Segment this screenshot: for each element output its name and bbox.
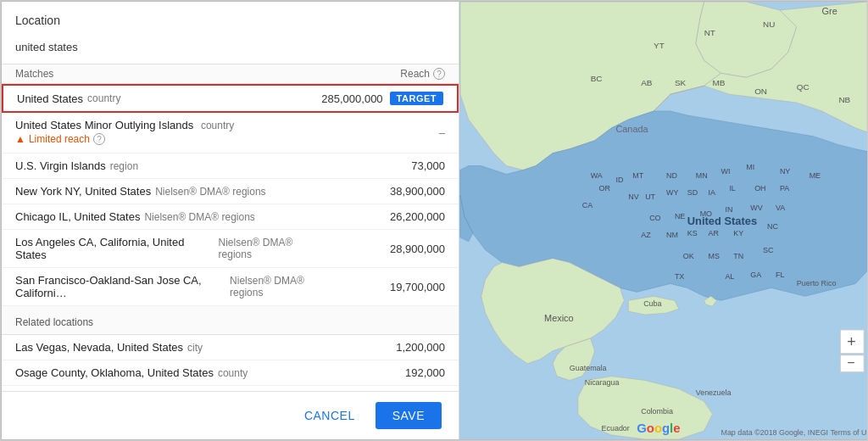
- target-badge: TARGET: [390, 92, 443, 105]
- left-panel: Location united states Matches Reach ? U…: [2, 2, 459, 439]
- result-left: Los Angeles CA, California, United State…: [15, 236, 326, 261]
- map-label-mn: MN: [696, 171, 708, 180]
- result-type: country: [87, 92, 120, 104]
- map-label-id: ID: [615, 176, 623, 184]
- result-item-los-angeles[interactable]: Los Angeles CA, California, United State…: [2, 230, 459, 268]
- result-left: United States country: [17, 92, 321, 105]
- col-matches-label: Matches: [15, 68, 53, 80]
- map-label-oh: OH: [754, 184, 765, 193]
- result-right: 73,000: [326, 159, 445, 172]
- map-label-ut: UT: [645, 193, 655, 201]
- map-label-nb: NB: [838, 95, 850, 104]
- result-right: 285,000,000 TARGET: [321, 92, 443, 105]
- result-item-minor-islands[interactable]: United States Minor Outlying Islands cou…: [2, 113, 459, 154]
- result-item-virgin-islands[interactable]: U.S. Virgin Islands region 73,000: [2, 154, 459, 179]
- result-type: Nielsen® DMA® regions: [230, 275, 326, 299]
- reach-help-icon[interactable]: ?: [433, 68, 445, 80]
- reach-value: 28,900,000: [390, 243, 445, 255]
- result-left: Chicago IL, United States Nielsen® DMA® …: [15, 210, 326, 223]
- result-right: 192,000: [326, 366, 445, 379]
- panel-header: Location: [2, 2, 459, 34]
- result-item-osage[interactable]: Osage County, Oklahoma, United States co…: [2, 360, 459, 386]
- result-item-new-york[interactable]: New York NY, United States Nielsen® DMA®…: [2, 179, 459, 204]
- map-label-nd: ND: [666, 171, 677, 180]
- result-item-san-francisco[interactable]: San Francisco-Oakland-San Jose CA, Calif…: [2, 268, 459, 306]
- map-label-colombia: Colombia: [641, 407, 673, 416]
- map-label-al: AL: [725, 272, 734, 281]
- limited-help-icon[interactable]: ?: [93, 133, 105, 145]
- reach-value: 285,000,000: [321, 92, 382, 105]
- map-label-fl: FL: [776, 271, 784, 279]
- result-item-las-vegas[interactable]: Las Vegas, Nevada, United States city 1,…: [2, 335, 459, 360]
- zoom-out-icon[interactable]: −: [847, 355, 854, 370]
- map-label-nv: NV: [628, 193, 638, 201]
- map-area: Gre YT NT NU BC AB SK MB ON QC NB Canada…: [459, 2, 868, 439]
- map-label-nu: NU: [763, 20, 775, 29]
- reach-value: 26,200,000: [390, 210, 445, 223]
- col-reach-label: Reach: [400, 68, 430, 80]
- result-type: Nielsen® DMA® regions: [144, 211, 254, 223]
- map-label-nc: NC: [767, 222, 778, 231]
- result-item-chicago[interactable]: Chicago IL, United States Nielsen® DMA® …: [2, 204, 459, 230]
- map-attribution: Map data ©2018 Google, INEGI Terms of Us…: [721, 428, 868, 437]
- result-name: U.S. Virgin Islands: [15, 159, 106, 172]
- map-label-ne: NE: [675, 212, 685, 220]
- map-label-qc: QC: [797, 82, 810, 92]
- location-dialog: Location united states Matches Reach ? U…: [1, 1, 868, 440]
- map-label-cuba: Cuba: [643, 299, 661, 308]
- result-type: country: [201, 120, 234, 131]
- map-label-co: CO: [649, 214, 660, 222]
- map-label-me: ME: [810, 171, 821, 180]
- result-name: Chicago IL, United States: [15, 210, 140, 223]
- map-label-canada: Canada: [615, 124, 648, 134]
- cancel-button[interactable]: CANCEL: [294, 402, 365, 429]
- save-button[interactable]: SAVE: [376, 402, 442, 429]
- result-type: city: [187, 342, 203, 354]
- map-label-or: OR: [599, 184, 611, 193]
- map-label-ecuador: Ecuador: [602, 424, 630, 433]
- map-label-sc: SC: [763, 246, 774, 254]
- result-item-united-states[interactable]: United States country 285,000,000 TARGET: [2, 84, 459, 113]
- map-label-pa: PA: [780, 184, 789, 193]
- map-label-in: IN: [725, 205, 732, 214]
- map-label-yt: YT: [654, 41, 665, 50]
- reach-value: 192,000: [405, 366, 445, 379]
- map-label-sk: SK: [675, 78, 687, 87]
- related-section-label: Related locations: [15, 316, 93, 328]
- result-right: 1,200,000: [326, 341, 445, 354]
- map-label-il: IL: [729, 184, 735, 193]
- map-label-ab: AB: [641, 78, 653, 87]
- reach-header: Reach ?: [400, 68, 445, 80]
- result-type: county: [218, 367, 248, 379]
- map-label-venezuela: Venezuela: [696, 388, 732, 397]
- map-label-nicaragua: Nicaragua: [585, 378, 620, 387]
- map-label-mt: MT: [632, 171, 643, 180]
- map-label-bc: BC: [591, 74, 603, 83]
- result-left: Osage County, Oklahoma, United States co…: [15, 366, 326, 379]
- map-label-mb: MB: [713, 78, 726, 87]
- result-left: U.S. Virgin Islands region: [15, 159, 326, 172]
- reach-value: 38,900,000: [390, 185, 445, 198]
- map-label-ia: IA: [709, 188, 715, 197]
- map-label-wv: WV: [750, 204, 762, 212]
- content-row: Location united states Matches Reach ? U…: [2, 2, 868, 439]
- map-label-wa: WA: [591, 171, 603, 180]
- map-label-va: VA: [776, 204, 785, 212]
- reach-value: 73,000: [411, 159, 445, 172]
- table-header: Matches Reach ?: [2, 64, 459, 84]
- results-list: United States country 285,000,000 TARGET…: [2, 84, 459, 391]
- result-type: region: [110, 160, 138, 172]
- map-label-ks: KS: [687, 229, 698, 237]
- result-right: –: [326, 126, 445, 139]
- result-name: Las Vegas, Nevada, United States: [15, 341, 183, 354]
- limited-reach-text: Limited reach: [29, 133, 90, 145]
- google-logo: Google: [637, 421, 680, 435]
- reach-value: 1,200,000: [396, 341, 445, 354]
- map-label-ar: AR: [709, 229, 720, 237]
- map-label-ny: NY: [780, 167, 790, 176]
- map-label-ky: KY: [733, 229, 743, 237]
- map-label-gre: Gre: [822, 6, 837, 16]
- zoom-in-icon[interactable]: +: [847, 333, 855, 350]
- dialog-footer: CANCEL SAVE: [2, 391, 459, 439]
- result-right: 28,900,000: [326, 243, 445, 255]
